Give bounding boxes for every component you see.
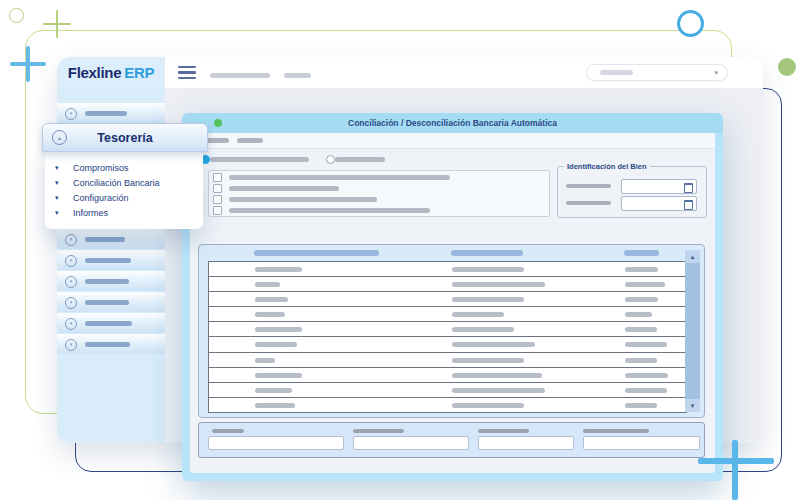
topbar-placeholder-bar [210,73,270,78]
table-row[interactable] [209,368,686,383]
table-cell-placeholder [452,327,514,332]
sidebar-item-placeholder [85,237,125,242]
decorative-circle-outline-green [9,8,24,23]
table-cell-placeholder [625,373,668,378]
user-dropdown[interactable]: ▾ [586,64,728,81]
sidebar-item-collapsed[interactable]: ▾ [57,313,165,333]
logo-text-secondary: ERP [124,64,154,81]
menu-item-informes[interactable]: ▾Informes [45,205,203,220]
identification-fieldset: Identificación del Bien [557,166,707,218]
scroll-up-icon[interactable]: ▲ [685,250,700,263]
modal-content: Identificación del Bien ▲ ▼ [190,133,715,473]
sidebar-item-collapsed[interactable]: ▾ [57,292,165,312]
sidebar-item-collapsed[interactable]: ▾ [57,103,165,123]
sidebar-item-placeholder [85,321,132,326]
fieldset-legend: Identificación del Bien [564,162,650,171]
checkbox-label-placeholder [229,197,377,202]
table-cell-placeholder [452,282,545,287]
chevron-down-circle-icon: ▾ [65,339,77,351]
table-row[interactable] [209,383,686,398]
decorative-circle-outline-blue [677,10,704,37]
radio-label-placeholder [210,157,309,162]
checkbox-row [209,205,549,215]
vertical-scrollbar[interactable]: ▲ ▼ [685,250,700,412]
menu-strip-placeholder [237,138,263,143]
table-cell-placeholder [452,297,524,302]
chevron-down-circle-icon: ▾ [65,108,77,120]
totals-footer-panel [198,422,705,458]
table-row[interactable] [209,292,686,307]
chevron-down-icon: ▾ [55,194,63,201]
menu-item-label: Compromisos [73,163,129,173]
radio-label-placeholder [335,157,385,162]
table-cell-placeholder [625,342,667,347]
chevron-down-circle-icon: ▾ [65,318,77,330]
decorative-plus-blue-large [698,440,774,500]
treasury-flyout-menu: Tesorería ▴ ▾Compromisos▾Conciliación Ba… [42,123,208,229]
footer-field-label-placeholder [212,429,244,433]
table-cell-placeholder [625,327,657,332]
sidebar-item-collapsed[interactable]: ▾ [57,334,165,354]
checkbox[interactable] [213,206,222,215]
table-cell-placeholder [625,297,658,302]
chevron-down-circle-icon: ▾ [65,234,77,246]
modal-title-bar[interactable]: Conciliación / Desconciliación Bancaria … [182,113,723,133]
chevron-down-circle-icon: ▾ [65,297,77,309]
sidebar-item-collapsed[interactable]: ▾ [57,271,165,291]
app-logo: Flexline ERP [57,57,165,88]
sidebar-item-collapsed[interactable]: ▾ [57,250,165,270]
calendar-icon[interactable] [684,200,693,210]
footer-field-label-placeholder [583,429,649,433]
table-row[interactable] [209,398,686,412]
field-label-placeholder [566,184,611,188]
table-cell-placeholder [255,267,302,272]
menu-item-conciliaci-n-bancaria[interactable]: ▾Conciliación Bancaria [45,175,203,190]
table-cell-placeholder [452,267,524,272]
table-column-header-placeholder[interactable] [451,250,523,256]
logo-text-primary: Flexline [68,64,121,81]
table-cell-placeholder [255,388,292,393]
table-cell-placeholder [452,312,504,317]
table-column-header-placeholder[interactable] [254,250,379,256]
date-input[interactable] [621,179,697,194]
radio-button[interactable] [326,155,335,164]
modal-window: Conciliación / Desconciliación Bancaria … [182,113,723,481]
table-cell-placeholder [625,312,652,317]
table-row[interactable] [209,337,686,352]
checkbox[interactable] [213,173,222,182]
table-row[interactable] [209,277,686,292]
screen: Flexline ERP ▾ ▾ ▾▾▾▾▾▾ Conciliación / D… [0,0,800,500]
footer-input[interactable] [208,436,344,450]
menu-item-list: ▾Compromisos▾Conciliación Bancaria▾Confi… [45,152,203,229]
footer-input[interactable] [583,436,700,450]
checkbox[interactable] [213,195,222,204]
hamburger-menu-icon[interactable] [178,66,196,80]
chevron-down-circle-icon: ▾ [65,255,77,267]
sidebar-item-placeholder [85,279,129,284]
table-row[interactable] [209,322,686,337]
table-row[interactable] [209,353,686,368]
table-column-header-placeholder[interactable] [624,250,659,256]
table-cell-placeholder [255,358,275,363]
menu-item-configuraci-n[interactable]: ▾Configuración [45,190,203,205]
footer-input[interactable] [478,436,574,450]
table-row[interactable] [209,307,686,322]
table-cell-placeholder [255,403,295,408]
menu-header-tesoreria[interactable]: Tesorería ▴ [42,123,208,152]
date-input[interactable] [621,196,697,211]
sidebar-item-placeholder [85,111,127,116]
sidebar-item-placeholder [85,300,129,305]
footer-input[interactable] [353,436,469,450]
calendar-icon[interactable] [684,183,693,193]
checkbox-label-placeholder [229,186,339,191]
checkbox-row [209,194,549,204]
scroll-down-icon[interactable]: ▼ [685,399,700,412]
chevron-down-icon: ▾ [55,164,63,171]
checkbox[interactable] [213,184,222,193]
modal-title: Conciliación / Desconciliación Bancaria … [348,118,557,128]
menu-item-compromisos[interactable]: ▾Compromisos [45,160,203,175]
table-cell-placeholder [625,282,665,287]
sidebar-item-collapsed[interactable]: ▾ [57,229,165,249]
table-row[interactable] [209,262,686,277]
field-label-placeholder [566,201,611,205]
